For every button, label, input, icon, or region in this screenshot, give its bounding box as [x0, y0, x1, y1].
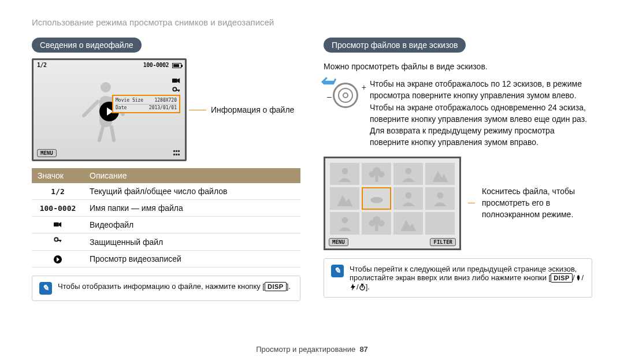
info-icon: ✎ [39, 282, 52, 295]
thumbnail-item[interactable] [425, 212, 455, 235]
video-playback-screen: 1/2 100-0002 Movi [32, 58, 187, 161]
section-heading-video-info: Сведения о видеофайле [32, 38, 142, 53]
svg-marker-1 [177, 78, 180, 83]
menu-button[interactable]: MENU [37, 149, 57, 157]
thumbnail-item[interactable] [330, 212, 359, 235]
svg-point-25 [369, 220, 375, 226]
svg-point-26 [378, 220, 384, 226]
note-box: ✎ Чтобы отобразить информацию о файле, н… [32, 276, 300, 301]
thumbnail-item[interactable] [362, 212, 391, 235]
macro-icon [575, 274, 582, 281]
svg-marker-18 [337, 195, 352, 206]
thumbnails-subtitle: Можно просмотреть файлы в виде эскизов. [324, 62, 592, 71]
battery-icon [172, 63, 181, 68]
note-box: ✎ Чтобы перейти к следующей или предыдущ… [324, 258, 592, 298]
file-info-label: Информация о файле [211, 105, 294, 114]
svg-point-16 [405, 168, 411, 174]
disp-button-label: DISP [265, 282, 287, 291]
menu-button[interactable]: MENU [329, 238, 348, 246]
thumbnail-item[interactable] [330, 163, 359, 185]
svg-marker-28 [351, 284, 355, 291]
svg-marker-27 [400, 220, 416, 231]
table-row: Защищенный файл [32, 233, 300, 251]
callout-line [468, 203, 475, 203]
thumbnail-item[interactable] [425, 187, 455, 210]
file-info-overlay: Movie Size1280X720 Date2013/01/01 [112, 95, 180, 113]
zoom-minus-label: – [327, 92, 332, 101]
table-row: Видеофайл [32, 217, 300, 233]
file-counter: 1/2 [37, 62, 47, 68]
callout-line [189, 110, 206, 110]
svg-point-20 [405, 192, 411, 199]
svg-rect-30 [361, 284, 363, 285]
svg-marker-17 [432, 171, 448, 182]
table-row: Просмотр видеозаписей [32, 251, 300, 268]
play-icon [54, 255, 62, 263]
svg-point-14 [369, 171, 375, 177]
page-footer: Просмотр и редактирование 87 [0, 345, 624, 354]
timer-icon [359, 284, 366, 291]
thumbnail-item[interactable] [393, 187, 423, 210]
thumbnail-item-selected[interactable] [362, 187, 391, 210]
svg-marker-10 [321, 77, 336, 84]
table-row: 100-0002Имя папки — имя файла [32, 200, 300, 217]
svg-rect-5 [54, 222, 59, 226]
svg-point-19 [370, 197, 383, 203]
section-heading-thumbnails: Просмотр файлов в виде эскизов [324, 38, 466, 53]
table-head-desc: Описание [84, 168, 300, 183]
svg-point-22 [341, 217, 348, 224]
zoom-dial-icon: – + [324, 78, 362, 113]
key-icon [54, 237, 62, 245]
filter-button[interactable]: FILTER [430, 238, 456, 246]
zoom-instructions: Чтобы на экране отображалось по 12 эскиз… [370, 78, 592, 148]
svg-point-15 [378, 171, 384, 177]
thumbnail-item[interactable] [393, 163, 423, 185]
svg-marker-6 [59, 222, 61, 227]
thumbnail-view-icon[interactable] [173, 150, 181, 156]
thumbnail-grid-screen: MENU FILTER [324, 157, 461, 250]
info-icon: ✎ [331, 265, 344, 277]
svg-point-21 [437, 192, 443, 199]
flash-icon [350, 284, 356, 291]
svg-rect-0 [172, 79, 177, 83]
table-row: 1/2Текущий файл/общее число файлов [32, 183, 300, 200]
thumbnail-item[interactable] [425, 163, 455, 185]
zoom-plus-label: + [362, 83, 366, 92]
disp-button-label: DISP [551, 273, 573, 283]
videocam-icon [54, 221, 62, 228]
table-head-icon: Значок [32, 168, 84, 183]
thumbnail-item[interactable] [393, 212, 423, 235]
thumbnail-item[interactable] [362, 163, 391, 185]
svg-rect-9 [60, 240, 61, 242]
breadcrumb: Использование режима просмотра снимков и… [32, 17, 592, 27]
file-number: 100-0002 [143, 62, 169, 68]
icon-description-table: Значок Описание 1/2Текущий файл/общее чи… [32, 168, 300, 268]
thumbnail-tap-label: Коснитесь файла, чтобы просмотреть его в… [482, 186, 592, 220]
thumbnail-item[interactable] [330, 187, 359, 210]
svg-point-11 [341, 168, 348, 174]
svg-rect-4 [179, 90, 180, 92]
